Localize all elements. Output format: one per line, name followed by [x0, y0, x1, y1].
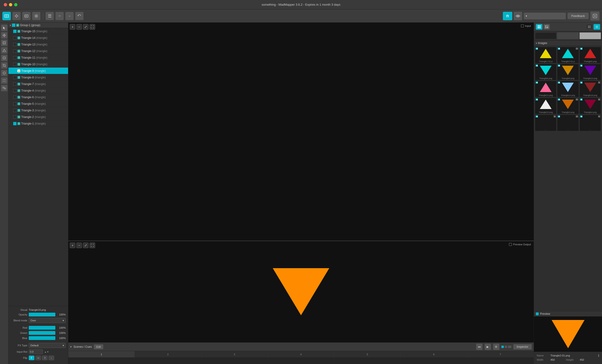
layer-item-triangle5[interactable]: 🔒 Triangle-5 (triangle)	[9, 101, 68, 107]
menu-btn[interactable]: ☰	[45, 12, 54, 20]
bvp-sub-btn[interactable]: −	[76, 243, 82, 248]
crop-tool[interactable]	[1, 62, 8, 69]
layer-item-triangle2[interactable]: 🔒 Triangle-2 (triangle)	[9, 114, 68, 120]
cue-5[interactable]: 5	[334, 351, 401, 357]
swatch-medium[interactable]	[557, 32, 579, 39]
layer-item-triangle13[interactable]: 🔒 Triangle-13 (triangle)	[9, 41, 68, 48]
tri4-checkbox[interactable]	[13, 89, 16, 92]
next-btn[interactable]: −	[65, 12, 74, 20]
tri4-lock[interactable]: 🔒	[17, 89, 20, 92]
swatch-dark[interactable]	[535, 32, 557, 39]
minimize-button[interactable]	[9, 3, 12, 6]
thumb-extra2[interactable]: ◀ 1 ...	[557, 115, 579, 131]
blue-slider[interactable]	[29, 336, 55, 340]
light-tool-btn[interactable]	[12, 12, 21, 20]
green-slider[interactable]	[29, 331, 55, 335]
feedback-button[interactable]: Feedback	[567, 12, 589, 19]
thumb-triangle14[interactable]: ◀ Triangle14.png	[557, 81, 579, 97]
layer-item-triangle6[interactable]: 🔒 Triangle-6 (triangle)	[9, 94, 68, 101]
tri1-checkbox[interactable]	[13, 122, 16, 125]
thumb3-arrow-icon[interactable]: ◀	[580, 48, 582, 50]
thumb15-arrow-icon[interactable]: ◀	[580, 115, 582, 118]
bvp-fit-btn[interactable]: ⤢	[83, 243, 88, 248]
thumb12-arrow-icon[interactable]: ◀	[580, 98, 582, 101]
thumb13-arrow-icon[interactable]: ◀	[536, 115, 538, 118]
media-tool-btn[interactable]	[22, 12, 31, 20]
flip-v-button[interactable]: ⇕	[42, 355, 48, 360]
swatch-light[interactable]	[579, 32, 601, 39]
thumb4-arrow-icon[interactable]: ◀	[536, 64, 538, 67]
layer-item-triangle10[interactable]: 🔒 Triangle-10 (triangle)	[9, 61, 68, 68]
thumb-triangle12[interactable]: ◀ Triangle12.png	[579, 64, 601, 80]
surfaces-tool-btn[interactable]	[2, 12, 11, 20]
tri12-lock[interactable]: 🔒	[17, 50, 20, 53]
vp-add-btn[interactable]: +	[70, 24, 75, 30]
undo-btn[interactable]	[75, 12, 84, 20]
layer-item-triangle4[interactable]: 🔒 Triangle-4 (triangle)	[9, 87, 68, 94]
thumb7-arrow-icon[interactable]: ◀	[536, 81, 538, 84]
thumb-triangle18[interactable]: ◀ 1 Triangle18.png	[579, 81, 601, 97]
thumb2-arrow-icon[interactable]: ◀	[558, 48, 560, 50]
tri11-lock[interactable]: 🔒	[17, 56, 20, 59]
thumb10-arrow-icon[interactable]: ◀	[536, 98, 538, 101]
layer-item-triangle9[interactable]: 🔒 Triangle-9 (triangle)	[9, 68, 68, 74]
thumb6-arrow-icon[interactable]: ◀	[580, 64, 582, 67]
tri3-lock[interactable]: 🔒	[17, 109, 20, 112]
thumb5-arrow-icon[interactable]: ◀	[558, 64, 560, 67]
tri8-lock[interactable]: 🔒	[17, 76, 20, 79]
layer-item-triangle7[interactable]: 🔒 Triangle-7 (triangle)	[9, 81, 68, 87]
tri13-checkbox[interactable]	[13, 43, 16, 46]
cue-2[interactable]: 2	[135, 351, 201, 357]
info-detail-icon[interactable]: ℹ	[598, 354, 599, 357]
thumb-triangle3[interactable]: ◀ 1 Triangle3.png	[557, 98, 579, 114]
preview-output-checkbox[interactable]	[509, 243, 512, 246]
edit-button[interactable]: Edit	[94, 344, 103, 349]
tri9-lock[interactable]: 🔒	[17, 69, 20, 72]
maximize-button[interactable]	[14, 3, 17, 6]
cue-content-1[interactable]	[68, 358, 135, 364]
layer-item-triangle8[interactable]: 🔒 Triangle-8 (triangle)	[9, 74, 68, 81]
cue-4[interactable]: 4	[268, 351, 334, 357]
tri13-lock[interactable]: 🔒	[17, 43, 20, 46]
vp-full-btn[interactable]: ⛶	[89, 24, 95, 30]
layer-item-triangle15[interactable]: 🔒 Triangle-15 (triangle)	[9, 28, 68, 35]
settings-tool-btn[interactable]	[32, 12, 41, 20]
bvp-full-btn[interactable]: ⛶	[89, 243, 95, 248]
tab-image-icon[interactable]	[543, 24, 550, 30]
images-section-header[interactable]: ▾ Images	[534, 41, 602, 46]
thumb-triangle2-01[interactable]: ◀ 1 Triangle2-01.p	[557, 47, 579, 63]
warp-tool[interactable]	[1, 77, 8, 84]
skip-to-start-btn[interactable]: ⏮	[476, 343, 483, 350]
tri10-checkbox[interactable]	[13, 63, 16, 66]
thumb-triangle4[interactable]: ◀ 1 Triangle4.png	[579, 98, 601, 114]
group-lock-icon[interactable]: 🔒	[16, 24, 19, 27]
tri2-lock[interactable]: 🔒	[17, 116, 20, 118]
flip-rotate-button[interactable]: ↕	[49, 355, 54, 360]
blend-dropdown[interactable]: Over ▾	[29, 318, 66, 323]
prev-btn[interactable]: −	[55, 12, 64, 20]
tri11-checkbox[interactable]	[13, 56, 16, 59]
cue-3[interactable]: 3	[201, 351, 268, 357]
add-triangle-tool[interactable]	[1, 47, 8, 54]
tri6-lock[interactable]: 🔒	[17, 96, 20, 99]
input-checkbox[interactable]	[521, 24, 524, 27]
layer-item-triangle11[interactable]: 🔒 Triangle-11 (triangle)	[9, 54, 68, 61]
add-shape-tool[interactable]: +	[1, 55, 8, 61]
view-medium-icon[interactable]	[593, 24, 600, 30]
red-slider[interactable]	[29, 326, 55, 330]
output-dropdown[interactable]: ▾	[524, 12, 566, 20]
thumb1-arrow-icon[interactable]: ◀	[536, 48, 538, 50]
tri1-lock[interactable]: 🔒	[17, 122, 20, 125]
group-tool[interactable]	[1, 85, 8, 91]
vp-fit-btn[interactable]: ⤢	[83, 24, 88, 30]
cue-content-2[interactable]	[135, 358, 201, 364]
view-small-icon[interactable]	[586, 24, 592, 30]
inspector-button[interactable]: Inspector	[513, 344, 532, 350]
thumb9-arrow-icon[interactable]: ◀	[580, 81, 582, 84]
move-tool[interactable]	[1, 32, 8, 39]
tri12-checkbox[interactable]	[13, 49, 16, 53]
layer-item-triangle12[interactable]: 🔒 Triangle-12 (triangle)	[9, 48, 68, 54]
cue-7[interactable]: 7	[467, 351, 534, 357]
group-checkbox[interactable]	[12, 23, 15, 27]
thumb-extra1[interactable]: ◀ 1 ...	[535, 115, 557, 131]
